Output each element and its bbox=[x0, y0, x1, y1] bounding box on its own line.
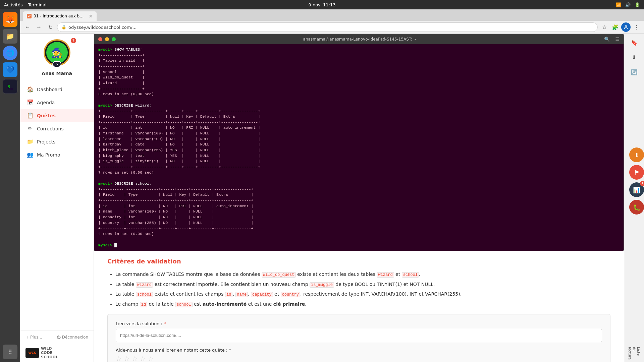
avatar[interactable]: 🧙 bbox=[46, 42, 68, 63]
solution-form: Lien vers la solution : * Aide-nous à no… bbox=[107, 314, 610, 362]
solution-label: Lien vers la solution : * bbox=[116, 321, 602, 326]
star-4[interactable]: ☆ bbox=[140, 355, 146, 362]
page-content: 7 🧙 5 Anas Mama 🏠 Dashboard bbox=[20, 34, 644, 362]
tab-bar: W 01 - Introduction aux ba... ✕ bbox=[20, 9, 644, 21]
validation-item-3: La table school existe et contient les c… bbox=[115, 290, 610, 299]
files-icon: 📁 bbox=[6, 32, 14, 40]
extensions-button[interactable]: 🧩 bbox=[610, 22, 620, 32]
reading-list-label: Liste de lecture bbox=[628, 347, 641, 360]
reading-list-button[interactable]: Liste de lecture bbox=[628, 347, 640, 359]
terminal-menu-icon[interactable]: ☰ bbox=[615, 37, 620, 42]
terminal-search-icon[interactable]: 🔍 bbox=[604, 37, 610, 42]
code-wild-db-quest: wild_db_quest bbox=[262, 272, 296, 278]
refresh-button[interactable]: ↻ bbox=[46, 22, 55, 32]
back-button[interactable]: ← bbox=[23, 22, 32, 32]
system-bar: Activités Terminal 9 nov. 11:13 📶 🔊 🔋 bbox=[0, 0, 644, 9]
sidebar-item-agenda[interactable]: 📅 Agenda bbox=[20, 96, 94, 109]
star-2[interactable]: ☆ bbox=[124, 355, 130, 362]
required-marker: * bbox=[164, 321, 166, 326]
sync-button[interactable]: 🔄 bbox=[628, 66, 640, 78]
logout-icon: ⏻ bbox=[57, 335, 61, 340]
star-5[interactable]: ☆ bbox=[148, 355, 154, 362]
volume-icon: 🔊 bbox=[625, 2, 631, 7]
taskbar-terminal[interactable]: $_ bbox=[3, 79, 17, 94]
terminal-window: anasmama@anasmama-Lenovo-IdeaPad-S145-15… bbox=[94, 34, 624, 251]
taskbar-files[interactable]: 📁 bbox=[3, 29, 17, 44]
tab-label: 01 - Introduction aux ba... bbox=[34, 14, 85, 18]
tab-close-icon[interactable]: ✕ bbox=[89, 13, 93, 19]
code-is-muggle: is_muggle bbox=[310, 282, 334, 288]
app-name[interactable]: Terminal bbox=[28, 2, 47, 7]
auto-increment-text: auto-incrémenté bbox=[203, 301, 247, 307]
browser-nav: ← → ↻ 🔒 odyssey.wildcodeschool.com/... ☆… bbox=[20, 21, 644, 34]
avatar-level: 5 bbox=[52, 61, 61, 67]
taskbar-vscode[interactable]: 💙 bbox=[3, 62, 17, 77]
right-float-buttons: ⬇ ⚑ 📊 5 🐛 bbox=[629, 147, 644, 215]
taskbar-chrome[interactable]: 🌐 bbox=[3, 46, 17, 60]
float-flag-button[interactable]: ⚑ bbox=[629, 165, 644, 180]
wcs-logo: WCS WILDCODESCHOOL bbox=[20, 344, 94, 362]
star-1[interactable]: ☆ bbox=[116, 355, 122, 362]
star-3[interactable]: ☆ bbox=[132, 355, 138, 362]
user-profile-button[interactable]: A bbox=[621, 22, 631, 32]
code-id-2: id bbox=[140, 302, 147, 307]
menu-button[interactable]: ⋮ bbox=[632, 22, 641, 32]
sidebar-item-ma-promo[interactable]: 👥 Ma Promo bbox=[20, 148, 94, 161]
float-download-button[interactable]: ⬇ bbox=[629, 147, 644, 162]
deconnexion-button[interactable]: ⏻ Déconnexion bbox=[57, 335, 88, 340]
bookmark-star-button[interactable]: ☆ bbox=[600, 22, 609, 32]
browser-tab[interactable]: W 01 - Introduction aux ba... ✕ bbox=[23, 11, 97, 21]
quest-content: Critères de validation La commande SHOW … bbox=[94, 251, 624, 362]
notification-badge: 7 bbox=[71, 38, 76, 43]
download-button[interactable]: ⬇ bbox=[628, 51, 640, 63]
code-school-3: school bbox=[175, 302, 192, 307]
taskbar-firefox[interactable]: 🦊 bbox=[3, 12, 17, 27]
browser-chrome: W 01 - Introduction aux ba... ✕ ← → ↻ 🔒 … bbox=[20, 9, 644, 34]
code-capacity: capacity bbox=[251, 292, 273, 297]
terminal-title: anasmama@anasmama-Lenovo-IdeaPad-S145-15… bbox=[118, 37, 601, 42]
forward-button[interactable]: → bbox=[34, 22, 44, 32]
solution-input[interactable] bbox=[116, 329, 602, 342]
taskbar: 🦊 📁 🌐 💙 $_ ⠿ bbox=[0, 9, 20, 362]
vscode-icon: 💙 bbox=[6, 66, 14, 74]
terminal-titlebar: anasmama@anasmama-Lenovo-IdeaPad-S145-15… bbox=[94, 34, 624, 44]
address-text: odyssey.wildcodeschool.com/... bbox=[68, 25, 137, 30]
validation-item-2: La table wizard est correctement importé… bbox=[115, 280, 610, 289]
validation-item-4: Le champ id de la table school est auto-… bbox=[115, 300, 610, 309]
sidebar-item-dashboard[interactable]: 🏠 Dashboard bbox=[20, 83, 94, 96]
stats-badge: 5 bbox=[640, 181, 644, 186]
plus-button[interactable]: + Plus... bbox=[25, 335, 42, 340]
battery-icon: 🔋 bbox=[635, 2, 640, 7]
main-content: anasmama@anasmama-Lenovo-IdeaPad-S145-15… bbox=[94, 34, 624, 362]
corrections-label: Corrections bbox=[37, 126, 64, 131]
code-name: name bbox=[235, 292, 248, 297]
sidebar-item-corrections[interactable]: ✏️ Corrections bbox=[20, 122, 94, 135]
bookmark-button[interactable]: 🔖 bbox=[628, 37, 640, 49]
quetes-icon: 📋 bbox=[27, 112, 34, 119]
dashboard-icon: 🏠 bbox=[27, 86, 34, 93]
main-area: 🦊 📁 🌐 💙 $_ ⠿ W 01 - Introduction aux ba.… bbox=[0, 9, 644, 362]
sidebar-item-projects[interactable]: 📁 Projects bbox=[20, 135, 94, 148]
terminal-close-button[interactable] bbox=[98, 37, 102, 41]
terminal-minimize-button[interactable] bbox=[105, 37, 109, 41]
firefox-icon: 🦊 bbox=[6, 15, 15, 24]
sidebar-bottom: + Plus... ⏻ Déconnexion bbox=[20, 330, 94, 344]
system-bar-right: 📶 🔊 🔋 bbox=[616, 2, 640, 7]
terminal-maximize-button[interactable] bbox=[112, 37, 116, 41]
browser-window: W 01 - Introduction aux ba... ✕ ← → ↻ 🔒 … bbox=[20, 9, 644, 362]
float-bug-button[interactable]: 🐛 bbox=[629, 200, 644, 215]
code-id: id bbox=[225, 292, 232, 297]
code-wizard: wizard bbox=[377, 272, 394, 278]
code-school-2: school bbox=[136, 292, 153, 297]
address-bar[interactable]: 🔒 odyssey.wildcodeschool.com/... bbox=[57, 22, 598, 32]
ma-promo-icon: 👥 bbox=[27, 152, 34, 158]
plus-icon: + bbox=[25, 335, 29, 340]
float-stats-button[interactable]: 📊 5 bbox=[629, 182, 644, 197]
quetes-label: Quêtes bbox=[37, 113, 56, 118]
sidebar-item-quetes[interactable]: 📋 Quêtes bbox=[20, 109, 94, 122]
dashboard-label: Dashboard bbox=[37, 87, 62, 92]
tab-favicon: W bbox=[27, 14, 32, 18]
validation-list: La commande SHOW TABLES montre que la ba… bbox=[115, 270, 610, 308]
taskbar-apps[interactable]: ⠿ bbox=[3, 345, 17, 359]
activities-label[interactable]: Activités bbox=[4, 2, 23, 7]
